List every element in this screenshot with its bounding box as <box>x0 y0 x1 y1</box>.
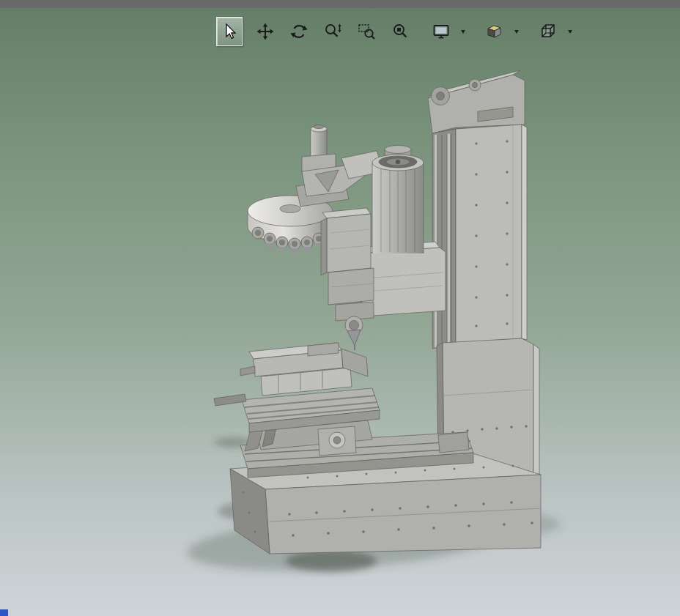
pan-arrows-icon <box>256 22 275 41</box>
magnifier-fit-icon <box>391 22 410 41</box>
zoom-to-area-button[interactable] <box>350 16 383 47</box>
rotate-arrows-icon <box>289 22 308 41</box>
magnifier-updown-icon <box>323 22 342 41</box>
application-window <box>0 0 680 616</box>
wireframe-cube-icon <box>539 22 558 41</box>
section-view-button[interactable] <box>478 16 511 47</box>
display-style-button[interactable] <box>424 16 458 47</box>
zoom-in-out-button[interactable] <box>316 16 350 47</box>
zoom-to-fit-button[interactable] <box>383 16 417 47</box>
rotate-view-button[interactable] <box>282 16 316 47</box>
cut-cube-icon <box>485 22 504 41</box>
taskbar-corner-fragment <box>0 609 8 616</box>
titlebar-strip <box>0 0 680 8</box>
pan-button[interactable] <box>248 16 282 47</box>
cursor-icon <box>220 22 239 41</box>
model-viewport[interactable] <box>0 8 680 616</box>
view-orientation-dropdown[interactable] <box>565 17 574 46</box>
display-style-dropdown[interactable] <box>458 17 468 46</box>
monitor-icon <box>432 22 451 41</box>
select-button[interactable] <box>216 17 243 46</box>
work-table[interactable] <box>214 343 473 478</box>
view-toolbar <box>216 15 574 48</box>
section-view-dropdown[interactable] <box>511 17 521 46</box>
chevron-down-icon <box>461 30 465 34</box>
chevron-down-icon <box>568 30 572 34</box>
magnifier-area-icon <box>357 22 376 41</box>
vise[interactable] <box>240 343 368 396</box>
chevron-down-icon <box>514 30 519 34</box>
cad-model-canvas[interactable] <box>0 8 680 616</box>
view-orientation-button[interactable] <box>531 16 565 47</box>
